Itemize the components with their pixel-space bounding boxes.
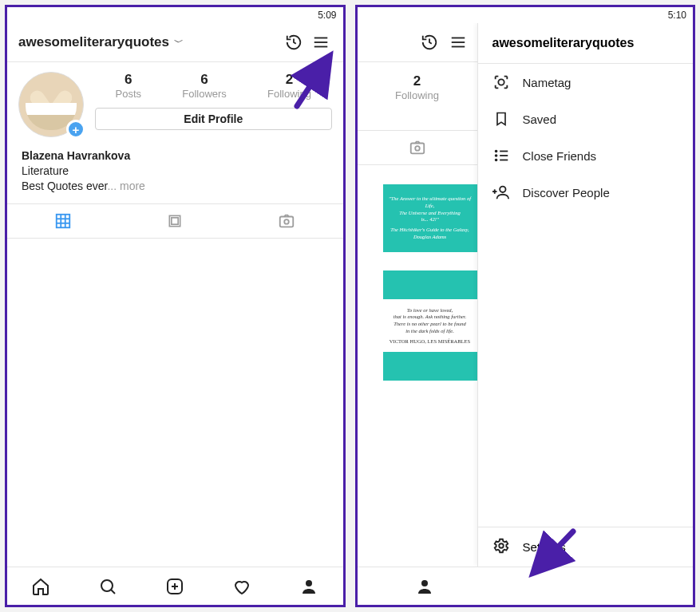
gear-icon	[492, 537, 510, 557]
drawer-item-label: Saved	[523, 113, 557, 126]
posts-column: "The Answer to the ultimate question of …	[358, 184, 477, 381]
nav-activity-icon[interactable]	[231, 575, 253, 598]
svg-rect-21	[410, 144, 424, 154]
drawer-title: awesomeliteraryquotes	[478, 23, 694, 64]
nav-profile-icon[interactable]	[405, 577, 444, 596]
tab-tagged[interactable]	[231, 204, 342, 238]
svg-rect-10	[280, 216, 294, 227]
bio-display-name: Blazena Havrankova	[22, 148, 329, 164]
add-person-icon	[492, 184, 510, 201]
bottom-nav	[358, 567, 694, 605]
nav-add-icon[interactable]	[164, 575, 186, 598]
profile-bio: Blazena Havrankova Literature Best Quote…	[7, 140, 343, 203]
post2-line: in the dark folds of life.	[388, 328, 473, 335]
drawer-item-label: Discover People	[523, 186, 610, 199]
post1-line: is... 42!"	[388, 216, 473, 223]
nav-profile-icon[interactable]	[298, 575, 320, 598]
archive-icon[interactable]	[283, 31, 305, 53]
status-time: 5:10	[668, 10, 686, 21]
tagged-icon	[409, 139, 426, 156]
edit-profile-button[interactable]: Edit Profile	[95, 108, 332, 130]
tagged-icon	[278, 212, 295, 230]
stat-posts-count: 6	[116, 72, 142, 88]
tab-grid[interactable]	[7, 204, 119, 238]
svg-point-25	[495, 155, 496, 156]
feed-icon	[167, 213, 183, 229]
bio-line: Best Quotes ever... more	[22, 179, 329, 194]
status-bar: 5:09	[7, 7, 343, 23]
bio-more-link[interactable]: more	[117, 180, 145, 192]
svg-rect-3	[57, 214, 70, 227]
drawer-item-label: Nametag	[523, 76, 571, 89]
profile-top: + 6 Posts 6 Followers 2 Following Edit P…	[7, 62, 343, 140]
avatar[interactable]: +	[18, 72, 84, 137]
stat-followers[interactable]: 6 Followers	[182, 72, 227, 100]
nav-search-icon[interactable]	[97, 575, 119, 598]
drawer-item-nametag[interactable]: Nametag	[478, 64, 694, 101]
list-icon	[492, 147, 510, 164]
stat-followers-label: Followers	[182, 88, 227, 100]
svg-point-12	[101, 580, 113, 591]
post1-line: "The Answer to the ultimate question of …	[388, 195, 473, 210]
nametag-icon	[492, 73, 510, 91]
drawer-items: Nametag Saved Close Friends	[478, 64, 694, 527]
post2-line: To love or have loved,	[388, 307, 473, 314]
svg-point-22	[415, 146, 420, 151]
stat-posts[interactable]: 6 Posts	[116, 72, 142, 100]
add-story-badge-icon[interactable]: +	[66, 120, 85, 139]
svg-point-17	[306, 580, 312, 586]
svg-point-23	[498, 79, 504, 85]
bottom-nav	[7, 567, 343, 605]
post-thumb-1[interactable]: "The Answer to the ultimate question of …	[383, 184, 477, 252]
status-time: 5:09	[318, 10, 336, 21]
stats-row: 6 Posts 6 Followers 2 Following	[95, 72, 332, 100]
tab-tagged[interactable]	[358, 131, 477, 164]
post1-line: The Universe and Everything	[388, 210, 473, 217]
post1-line: Douglas Adams	[388, 234, 473, 241]
drawer-item-saved[interactable]: Saved	[478, 101, 694, 137]
nav-home-icon[interactable]	[30, 575, 52, 598]
drawer-settings-label: Settings	[523, 540, 566, 554]
archive-icon[interactable]	[418, 31, 441, 53]
stat-following-label: Following	[358, 89, 477, 101]
stat-following-label: Following	[267, 88, 311, 100]
bookmark-icon	[492, 110, 510, 128]
stat-followers-count: 6	[182, 72, 227, 88]
post1-line: The Hitchhiker's Guide to the Galaxy,	[388, 227, 473, 234]
status-bar: 5:10	[358, 7, 694, 23]
stat-following[interactable]: 2 Following	[267, 72, 311, 100]
tab-feed[interactable]	[119, 204, 231, 238]
drawer-item-discover-people[interactable]: Discover People	[478, 174, 694, 211]
stat-following[interactable]: 2 Following	[358, 62, 477, 108]
svg-point-34	[421, 580, 428, 586]
svg-line-13	[111, 590, 115, 594]
post-thumb-2[interactable]: To love or have loved, that is enough. A…	[383, 271, 477, 381]
drawer-item-close-friends[interactable]: Close Friends	[478, 137, 694, 174]
svg-point-30	[500, 187, 505, 192]
grid-icon	[54, 212, 72, 230]
stat-following-count: 2	[358, 73, 477, 89]
stat-posts-label: Posts	[116, 88, 142, 100]
phone-left: 5:09 awesomeliteraryquotes ﹀ + 6 Posts	[5, 5, 346, 607]
post2-line: that is enough. Ask nothing further.	[388, 314, 473, 321]
profile-body-empty	[7, 239, 343, 567]
phone2-body: 2 Following "The Answer to the ultimate …	[358, 23, 694, 567]
svg-rect-9	[172, 218, 178, 224]
chevron-down-icon[interactable]: ﹀	[174, 36, 184, 49]
svg-point-33	[499, 543, 504, 548]
drawer-settings[interactable]: Settings	[478, 527, 694, 567]
side-drawer: awesomeliteraryquotes Nametag Saved	[477, 23, 694, 567]
drawer-item-label: Close Friends	[523, 149, 597, 163]
svg-point-24	[495, 151, 496, 152]
bio-text: Best Quotes ever	[22, 180, 107, 192]
post2-line: VICTOR HUGO, LES MISÉRABLES	[388, 338, 473, 345]
profile-header: awesomeliteraryquotes ﹀	[7, 23, 343, 62]
svg-point-11	[285, 219, 290, 224]
phone-right: 5:10 2 Following	[355, 5, 696, 607]
svg-point-26	[495, 160, 496, 161]
profile-behind-drawer: 2 Following "The Answer to the ultimate …	[358, 23, 477, 567]
hamburger-menu-icon[interactable]	[447, 31, 469, 53]
hamburger-menu-icon[interactable]	[310, 31, 332, 53]
profile-username[interactable]: awesomeliteraryquotes	[18, 34, 169, 50]
post2-line: There is no other pearl to be found	[388, 321, 473, 328]
